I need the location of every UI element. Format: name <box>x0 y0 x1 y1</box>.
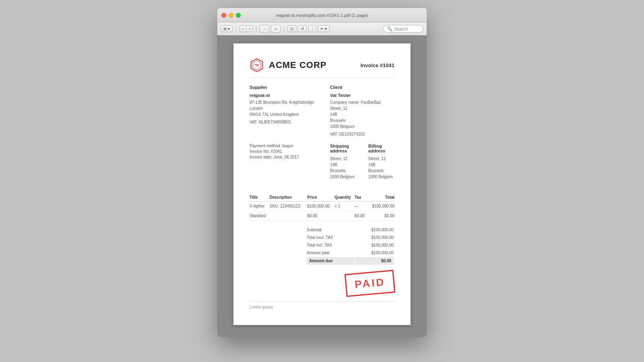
company-name: ACME CORP <box>269 60 326 70</box>
zoom-in-button[interactable]: ＋ <box>271 25 281 33</box>
amount-paid-value: $100,000.00 <box>355 249 394 256</box>
row2-description <box>270 211 307 221</box>
invoice-no: Invoice No: #1041 <box>250 149 314 154</box>
toolbar-separator-3 <box>284 25 284 33</box>
search-icon: 🔍 <box>387 26 392 31</box>
row2-total: $0.00 <box>367 211 394 221</box>
addresses-section: Shipping address Street, 12 14B Brussels… <box>330 144 394 186</box>
excl-tax-value: $100,000.00 <box>355 234 394 241</box>
sidebar-toggle-button[interactable]: ⊞ ▾ <box>221 25 233 32</box>
fit-page-button[interactable]: ⊡ <box>287 25 296 32</box>
supplier-label: Supplier <box>250 85 314 90</box>
client-address: Company name: FooBarBaz Street, 12 14B B… <box>330 99 394 130</box>
row2-tax: $0.00 <box>355 211 367 221</box>
col-total: Total <box>367 193 394 202</box>
payment-addresses-section: Payment method: bogus Invoice No: #1041 … <box>250 144 394 186</box>
col-title: Title <box>250 193 270 202</box>
supplier-name: retgoat-st <box>250 93 314 98</box>
col-quantity: Quantity <box>334 193 355 202</box>
toolbar-separator-2 <box>256 25 256 33</box>
row2-price: $0.00 <box>307 211 334 221</box>
pdf-viewer: ACME CORP Invoice #1041 Supplier retgoat… <box>217 35 427 337</box>
client-vat: VAT: DE129274202 <box>330 132 394 136</box>
footer-divider <box>250 301 394 302</box>
annotate-button[interactable]: ✏ ▾ <box>318 25 330 32</box>
shipping-label: Shipping address <box>330 144 356 153</box>
excl-tax-row: Total excl. TAX $100,000.00 <box>307 234 394 241</box>
zoom-out-button[interactable]: － <box>260 25 269 33</box>
toolbar-separator <box>236 25 236 33</box>
header-divider <box>250 77 394 78</box>
client-section: Client Vat Tester Company name: FooBarBa… <box>330 85 394 136</box>
totals-section: Subtotal $100,000.00 Total excl. TAX $10… <box>250 226 394 265</box>
billing-label: Billing address <box>368 144 394 153</box>
row1-tax: — <box>355 202 367 211</box>
minimize-button[interactable] <box>229 13 233 18</box>
logo-area: ACME CORP <box>250 58 326 72</box>
excl-tax-label: Total excl. TAX <box>307 234 355 241</box>
traffic-lights <box>221 13 241 18</box>
billing-address: Billing address Street, 12 14B Brussels … <box>368 144 394 180</box>
paid-stamp-box: PAID <box>345 270 396 297</box>
client-label: Client <box>330 85 394 90</box>
amount-paid-label: Amount paid <box>307 249 355 256</box>
payment-info-section: Payment method: bogus Invoice No: #1041 … <box>250 144 314 186</box>
row1-title: X-fighter <box>250 202 270 211</box>
amount-due-value: $0.00 <box>355 257 394 265</box>
table-row: Standard $0.00 $0.00 $0.00 <box>250 211 394 221</box>
incl-tax-value: $100,000.00 <box>355 242 394 249</box>
col-tax: Tax <box>355 193 367 202</box>
search-box[interactable]: 🔍 Search <box>383 25 423 33</box>
address-section: Shipping address Street, 12 14B Brussels… <box>330 144 394 180</box>
paid-stamp-text: PAID <box>354 276 386 291</box>
totals-table: Subtotal $100,000.00 Total excl. TAX $10… <box>306 226 394 265</box>
invoice-date: Invoice date: June, 06 2017 <box>250 155 314 159</box>
subtotal-value: $100,000.00 <box>355 226 394 233</box>
incl-tax-label: Total incl. TAX <box>307 242 355 249</box>
col-description: Description <box>270 193 307 202</box>
row1-price: $100,000.00 <box>307 202 334 211</box>
billing-address-text: Street, 12 14B Brussels 1000 Belgium <box>368 156 394 180</box>
incl-tax-row: Total incl. TAX $100,000.00 <box>307 242 394 249</box>
window-title: retgoat-st.myshopify.com-#1041-2.pdf (1 … <box>276 13 368 18</box>
desktop: retgoat-st.myshopify.com-#1041-2.pdf (1 … <box>0 0 644 362</box>
table-row: X-fighter SKU: 123456123 $100,000.00 × 1… <box>250 202 394 211</box>
shipping-address-text: Street, 12 14B Brussels 1000 Belgium <box>330 156 356 180</box>
supplier-client-section: Supplier retgoat-st 87-135 Brompton Rd, … <box>250 85 394 136</box>
company-logo-icon <box>250 58 264 72</box>
invoice-header: ACME CORP Invoice #1041 <box>250 58 394 72</box>
row1-quantity: × 1 <box>334 202 355 211</box>
forward-button[interactable]: › <box>246 25 253 32</box>
nav-buttons: ‹ › <box>239 25 253 32</box>
amount-due-row: Amount due $0.00 <box>307 257 394 265</box>
paid-stamp-container: PAID <box>250 272 394 295</box>
footer-text: Lorem ipsum <box>250 305 394 309</box>
supplier-address: 87-135 Brompton Rd, Knightsbridge London… <box>250 99 314 117</box>
amount-due-label: Amount due <box>307 257 355 265</box>
search-placeholder: Search <box>394 27 408 31</box>
payment-method: Payment method: bogus <box>250 144 314 148</box>
subtotal-row: Subtotal $100,000.00 <box>307 226 394 233</box>
rotate-button[interactable]: ↺ <box>298 25 307 32</box>
supplier-vat: VAT: NL805734958B01 <box>250 120 314 124</box>
invoice-number: Invoice #1041 <box>360 62 394 68</box>
client-name: Vat Tester <box>330 93 394 98</box>
svg-point-2 <box>256 64 258 66</box>
invoice-table: Title Description Price Quantity Tax Tot… <box>250 193 394 221</box>
close-button[interactable] <box>221 13 226 18</box>
row2-quantity <box>334 211 355 221</box>
maximize-button[interactable] <box>236 13 241 18</box>
amount-paid-row: Amount paid $100,000.00 <box>307 249 394 256</box>
share-button[interactable]: ↑ <box>308 25 316 32</box>
supplier-section: Supplier retgoat-st 87-135 Brompton Rd, … <box>250 85 314 136</box>
row1-description: SKU: 123456123 <box>270 202 307 211</box>
invoice-page: ACME CORP Invoice #1041 Supplier retgoat… <box>233 43 411 325</box>
pdf-window: retgoat-st.myshopify.com-#1041-2.pdf (1 … <box>217 8 427 337</box>
subtotal-label: Subtotal <box>307 226 355 233</box>
payment-info: Payment method: bogus Invoice No: #1041 … <box>250 144 314 159</box>
col-price: Price <box>307 193 334 202</box>
back-button[interactable]: ‹ <box>239 25 246 32</box>
titlebar: retgoat-st.myshopify.com-#1041-2.pdf (1 … <box>217 8 427 23</box>
shipping-address: Shipping address Street, 12 14B Brussels… <box>330 144 356 180</box>
toolbar: ⊞ ▾ ‹ › － ＋ ⊡ ↺ ↑ ✏ ▾ 🔍 Search <box>217 23 427 35</box>
